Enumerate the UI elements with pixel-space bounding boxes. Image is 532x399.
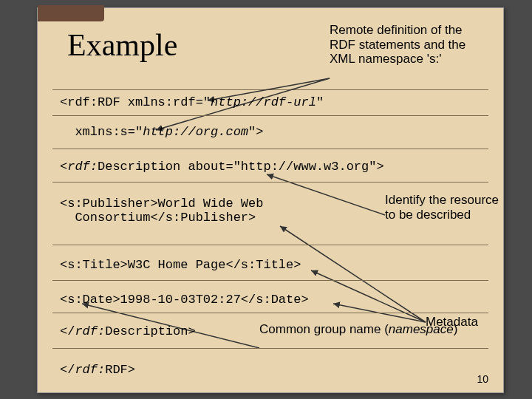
code-line-8: </rdf:RDF>	[60, 363, 135, 377]
code-line-3: <rdf:Description about="http://www.w3.or…	[60, 160, 384, 174]
code-text: </	[60, 324, 75, 338]
code-text: xmlns:s="	[60, 125, 143, 139]
svg-line-2	[267, 174, 385, 215]
code-text: <	[60, 160, 67, 174]
code-line-5: <s:Title>W3C Home Page</s:Title>	[60, 258, 301, 272]
annot-remote-def: Remote definition of the RDF statements …	[330, 23, 485, 66]
code-text: ">	[248, 125, 263, 139]
code-text: RDF>	[105, 363, 135, 377]
code-text: Description about="http://www.w3.org">	[98, 160, 384, 174]
corner-tab	[38, 5, 104, 21]
rule-5	[52, 245, 488, 245]
code-rdf: rdf:	[67, 160, 98, 174]
code-line-7: </rdf:Description>	[60, 324, 196, 338]
code-text: <rdf:RDF xmlns:rdf="	[60, 95, 211, 109]
rule-7	[52, 313, 488, 313]
rule-8	[52, 348, 488, 349]
code-text: </	[60, 363, 75, 377]
svg-line-4	[311, 270, 426, 322]
rule-4	[52, 182, 488, 183]
code-line-6: <s:Date>1998-10-03T02:27</s:Date>	[60, 293, 309, 307]
slide-paper: Example Remote definition of the RDF sta…	[37, 7, 504, 393]
code-url: http://rdf-url	[211, 95, 316, 109]
annot-metadata: Metadata	[426, 315, 478, 330]
svg-line-5	[280, 226, 426, 322]
rule-6	[52, 280, 488, 281]
code-rdf: rdf:	[75, 324, 105, 338]
rule-1	[52, 89, 488, 90]
page-number: 10	[477, 373, 488, 385]
slide-title: Example	[67, 27, 177, 63]
code-url: http://org.com	[143, 125, 248, 139]
code-line-4: <s:Publisher>World Wide Web Consortium</…	[60, 197, 263, 225]
rule-3	[52, 149, 488, 149]
code-line-1: <rdf:RDF xmlns:rdf="http://rdf-url"	[60, 95, 324, 109]
code-line-2: xmlns:s="http://org.com">	[60, 125, 263, 139]
code-rdf: rdf:	[75, 363, 105, 377]
annot-identify: Identify the resource to be described	[385, 193, 503, 222]
code-text: Description>	[105, 324, 195, 338]
rule-2	[52, 115, 488, 116]
code-text: "	[316, 95, 324, 109]
